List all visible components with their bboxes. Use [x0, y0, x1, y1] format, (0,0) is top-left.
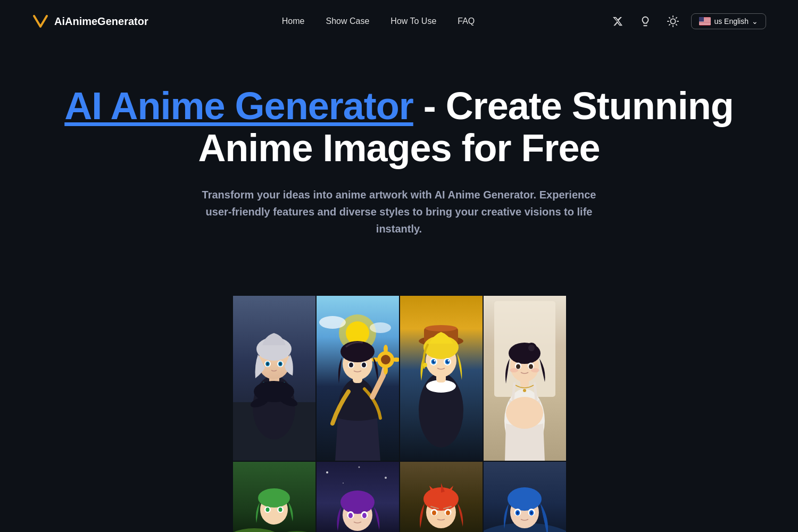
svg-point-93 — [279, 508, 282, 512]
svg-point-84 — [531, 368, 539, 372]
svg-rect-14 — [699, 23, 711, 23]
svg-point-98 — [343, 483, 344, 484]
site-logo[interactable]: AiAnimeGenerator — [32, 13, 148, 30]
anime-image-4 — [484, 296, 566, 461]
svg-point-97 — [385, 477, 387, 479]
svg-point-100 — [340, 491, 375, 514]
theme-button[interactable] — [663, 12, 683, 31]
svg-point-72 — [506, 397, 543, 429]
nav-right: us English ⌄ — [608, 12, 766, 31]
hero-section: AI Anime Generator - Create Stunning Ani… — [0, 43, 798, 290]
bulb-icon — [639, 15, 651, 27]
chevron-down-icon: ⌄ — [752, 17, 758, 26]
twitter-button[interactable] — [608, 12, 627, 31]
language-button[interactable]: us English ⌄ — [691, 13, 766, 29]
nav-links: Home Show Case How To Use FAQ — [282, 16, 475, 26]
svg-point-67 — [448, 360, 450, 362]
svg-point-39 — [381, 355, 390, 364]
svg-point-104 — [362, 513, 367, 518]
svg-point-95 — [326, 471, 328, 473]
svg-point-82 — [529, 364, 533, 369]
svg-point-54 — [425, 325, 457, 331]
svg-point-49 — [349, 363, 353, 368]
flag-icon — [699, 17, 711, 26]
image-grid-container — [0, 296, 798, 532]
svg-point-50 — [362, 363, 366, 368]
svg-line-3 — [669, 18, 670, 18]
anime-image-3 — [400, 296, 483, 461]
svg-point-96 — [359, 467, 360, 468]
svg-point-111 — [446, 511, 450, 516]
twitter-icon — [612, 16, 623, 27]
svg-point-81 — [516, 364, 520, 369]
svg-point-115 — [508, 487, 542, 511]
anime-image-5 — [233, 462, 315, 532]
svg-rect-16 — [699, 17, 704, 22]
navbar: AiAnimeGenerator Home Show Case How To U… — [0, 0, 798, 43]
hero-title: AI Anime Generator - Create Stunning Ani… — [32, 85, 766, 169]
svg-point-41 — [384, 366, 388, 375]
svg-point-78 — [528, 345, 535, 351]
svg-point-31 — [254, 381, 294, 402]
svg-point-68 — [423, 363, 427, 367]
svg-point-74 — [523, 389, 526, 392]
svg-point-110 — [432, 511, 436, 516]
svg-point-0 — [671, 19, 676, 23]
svg-point-83 — [510, 368, 518, 372]
svg-point-29 — [267, 362, 269, 365]
svg-point-46 — [340, 341, 375, 362]
bulb-button[interactable] — [636, 12, 655, 31]
anime-image-6 — [317, 462, 399, 532]
svg-line-7 — [669, 24, 670, 25]
svg-rect-15 — [699, 24, 711, 25]
anime-image-grid — [233, 296, 565, 532]
anime-image-8 — [484, 462, 566, 532]
svg-point-120 — [517, 512, 519, 514]
svg-point-103 — [348, 513, 353, 518]
svg-point-40 — [384, 345, 388, 353]
svg-rect-13 — [699, 22, 711, 22]
sun-icon — [667, 15, 679, 27]
site-name: AiAnimeGenerator — [54, 15, 148, 28]
svg-point-92 — [266, 508, 270, 512]
hero-title-highlight: AI Anime Generator — [64, 85, 413, 127]
anime-image-2 — [317, 296, 399, 461]
hero-subtitle: Transform your ideas into anime artwork … — [192, 186, 606, 237]
nav-how-to-use[interactable]: How To Use — [390, 16, 436, 26]
svg-point-30 — [279, 362, 282, 365]
anime-image-1 — [233, 296, 315, 461]
svg-point-121 — [530, 512, 533, 514]
svg-point-35 — [319, 316, 346, 329]
anime-image-7 — [400, 462, 483, 532]
nav-faq[interactable]: FAQ — [458, 16, 475, 26]
svg-point-89 — [258, 488, 290, 508]
nav-showcase[interactable]: Show Case — [326, 16, 370, 26]
logo-icon — [32, 13, 49, 30]
svg-line-8 — [676, 18, 677, 18]
svg-line-4 — [676, 24, 677, 25]
svg-point-36 — [370, 322, 391, 333]
language-label: us English — [714, 17, 749, 26]
svg-point-66 — [434, 360, 436, 362]
nav-home[interactable]: Home — [282, 16, 305, 26]
